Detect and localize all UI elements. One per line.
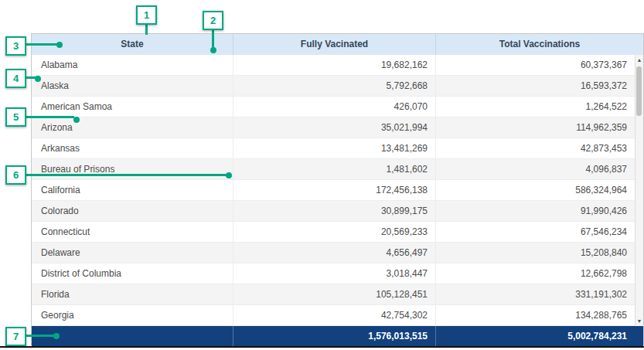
cell-state: Georgia [32,305,233,325]
cell-state: Alabama [32,55,233,75]
cell-state: Connecticut [32,222,233,242]
table-row[interactable]: Georgia 42,754,302 134,288,765 [32,305,643,326]
cell-total-vaccinations: 4,096,837 [436,159,643,179]
callout-2: 2 [203,11,223,30]
callout-7: 7 [5,327,26,346]
cell-state: Alaska [32,76,233,96]
callout-1: 1 [136,5,157,25]
total-total-vaccinations: 5,002,784,231 [436,326,643,346]
callout-3-line [26,43,58,46]
cell-fully-vaccinated: 30,899,175 [233,201,436,221]
cell-total-vaccinations: 331,191,302 [436,284,643,304]
total-row-empty-cell [32,326,233,346]
total-row: 1,576,013,515 5,002,784,231 [32,326,643,346]
cell-state: District of Columbia [32,263,233,284]
callout-2-dot [210,47,216,53]
cell-fully-vaccinated: 42,754,302 [233,305,436,325]
callout-6: 6 [5,165,26,185]
cell-total-vaccinations: 134,288,765 [436,305,643,325]
cell-state: Delaware [32,243,233,263]
cell-total-vaccinations: 42,873,453 [436,138,643,158]
table-row[interactable]: Bureau of Prisons 1,481,602 4,096,837 [32,159,643,180]
cell-fully-vaccinated: 172,456,138 [233,180,436,200]
callout-7-dot [53,333,60,339]
cell-total-vaccinations: 12,662,798 [436,263,643,284]
cell-state: Arkansas [32,138,233,158]
cell-fully-vaccinated: 4,656,497 [233,243,436,263]
cell-state: Colorado [32,201,233,221]
cell-fully-vaccinated: 5,792,668 [233,76,436,96]
cell-state: Arizona [32,117,233,138]
callout-6-dot [226,172,232,178]
callout-3-dot [56,42,63,48]
callout-6-line [26,174,227,176]
scroll-down-icon[interactable]: ▼ [635,316,643,326]
cell-total-vaccinations: 586,324,964 [436,180,643,200]
table-row[interactable]: Arkansas 13,481,269 42,873,453 [32,138,643,159]
cell-total-vaccinations: 114,962,359 [436,117,643,138]
cell-state: Bureau of Prisons [32,159,233,179]
cell-state: Florida [32,284,233,304]
scrollbar-track[interactable] [635,65,643,316]
cell-fully-vaccinated: 426,070 [233,97,436,117]
table-row[interactable]: Alaska 5,792,668 16,593,372 [32,76,643,97]
total-fully-vaccinated: 1,576,013,515 [233,326,436,346]
cell-total-vaccinations: 1,264,522 [436,97,643,117]
callout-4: 4 [5,69,26,88]
cell-fully-vaccinated: 13,481,269 [233,138,436,158]
cell-state: California [32,180,233,200]
callout-5-line [26,116,74,118]
table-header-row: State Fully Vacinated Total Vaccinations [32,34,643,55]
table-row[interactable]: Delaware 4,656,497 15,208,840 [32,243,643,263]
vertical-scrollbar[interactable]: ▲ ▼ [635,55,643,326]
table-row[interactable]: District of Columbia 3,018,447 12,662,79… [32,263,643,284]
table-row[interactable]: Colorado 30,899,175 91,990,426 [32,201,643,222]
callout-1-line [145,24,148,35]
table-row[interactable]: Alabama 19,682,162 60,373,367 [32,55,643,76]
callout-7-line [26,335,55,337]
cell-total-vaccinations: 15,208,840 [436,243,643,263]
cell-fully-vaccinated: 19,682,162 [233,55,436,75]
table-row[interactable]: Arizona 35,021,994 114,962,359 [32,117,643,138]
callout-5-dot [73,117,80,123]
cell-fully-vaccinated: 35,021,994 [233,117,436,138]
column-header[interactable]: Total Vaccinations [436,34,643,55]
cell-fully-vaccinated: 3,018,447 [233,263,436,284]
bottom-border-line [0,346,644,348]
cell-total-vaccinations: 67,546,234 [436,222,643,242]
cell-fully-vaccinated: 105,128,451 [233,284,436,304]
callout-4-dot [35,76,41,82]
cell-state: American Samoa [32,97,233,117]
table-row[interactable]: Connecticut 20,569,233 67,546,234 [32,222,643,243]
callout-3: 3 [5,36,26,56]
cell-fully-vaccinated: 1,481,602 [233,159,436,179]
cell-fully-vaccinated: 20,569,233 [233,222,436,242]
page: State Fully Vacinated Total Vaccinations… [0,0,644,350]
scroll-up-icon[interactable]: ▲ [635,55,643,65]
vaccination-table: State Fully Vacinated Total Vaccinations… [31,33,644,345]
table-row[interactable]: American Samoa 426,070 1,264,522 [32,97,643,117]
scrollbar-thumb[interactable] [636,66,642,116]
cell-total-vaccinations: 91,990,426 [436,201,643,221]
cell-total-vaccinations: 16,593,372 [436,76,643,96]
column-header[interactable]: Fully Vacinated [233,34,436,55]
callout-5: 5 [5,107,26,127]
table-row[interactable]: California 172,456,138 586,324,964 [32,180,643,201]
table-body: Alabama 19,682,162 60,373,367 Alaska 5,7… [32,55,643,326]
table-row[interactable]: Florida 105,128,451 331,191,302 [32,284,643,305]
cell-total-vaccinations: 60,373,367 [436,55,643,75]
